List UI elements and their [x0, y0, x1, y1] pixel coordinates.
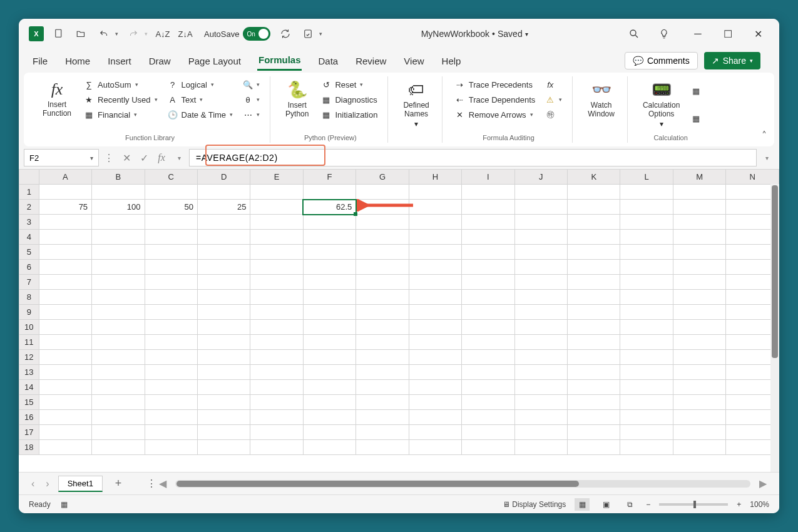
cell-A16[interactable]: [39, 410, 91, 425]
sync-icon[interactable]: [300, 26, 315, 41]
tab-file[interactable]: File: [31, 52, 49, 70]
tab-menu-icon[interactable]: ⋮: [146, 478, 156, 489]
cell-H18[interactable]: [409, 440, 461, 455]
diagnostics-button[interactable]: ▦Diagnostics: [319, 93, 380, 106]
cell-G10[interactable]: [356, 320, 409, 335]
cell-J2[interactable]: [514, 200, 567, 215]
cell-D2[interactable]: 25: [197, 200, 250, 215]
cell-C16[interactable]: [145, 410, 197, 425]
cell-J17[interactable]: [514, 425, 567, 440]
tab-help[interactable]: Help: [441, 52, 463, 70]
enter-formula-icon[interactable]: ✓: [136, 150, 151, 165]
row-header-15[interactable]: 15: [19, 395, 39, 410]
cell-G2[interactable]: [356, 200, 409, 215]
cell-J5[interactable]: [514, 245, 567, 260]
row-header-18[interactable]: 18: [19, 440, 39, 455]
cell-F10[interactable]: [303, 320, 356, 335]
cell-B18[interactable]: [92, 440, 145, 455]
cell-C1[interactable]: [145, 185, 197, 200]
cell-M4[interactable]: [673, 230, 725, 245]
cell-K18[interactable]: [568, 440, 620, 455]
cell-G11[interactable]: [356, 335, 409, 350]
cell-L1[interactable]: [620, 185, 673, 200]
cell-B16[interactable]: [92, 410, 145, 425]
col-header-B[interactable]: B: [92, 170, 145, 185]
row-header-4[interactable]: 4: [19, 230, 39, 245]
view-page-layout-icon[interactable]: ▣: [598, 498, 613, 511]
cell-K13[interactable]: [568, 365, 620, 380]
cell-F1[interactable]: [303, 185, 356, 200]
cell-L5[interactable]: [620, 245, 673, 260]
cell-G3[interactable]: [356, 215, 409, 230]
cell-L3[interactable]: [620, 215, 673, 230]
cell-G18[interactable]: [356, 440, 409, 455]
row-header-16[interactable]: 16: [19, 410, 39, 425]
cell-H5[interactable]: [409, 245, 461, 260]
cell-K2[interactable]: [568, 200, 620, 215]
cell-F12[interactable]: [303, 350, 356, 365]
cell-J10[interactable]: [514, 320, 567, 335]
cell-L11[interactable]: [620, 335, 673, 350]
cell-K5[interactable]: [568, 245, 620, 260]
cell-I16[interactable]: [462, 410, 514, 425]
cell-M2[interactable]: [673, 200, 725, 215]
cell-H1[interactable]: [409, 185, 461, 200]
cell-D14[interactable]: [197, 380, 250, 395]
initialization-button[interactable]: ▦Initialization: [319, 108, 380, 121]
cell-D10[interactable]: [197, 320, 250, 335]
cell-C18[interactable]: [145, 440, 197, 455]
row-header-13[interactable]: 13: [19, 365, 39, 380]
cell-B10[interactable]: [92, 320, 145, 335]
cell-E8[interactable]: [250, 290, 303, 305]
cell-H15[interactable]: [409, 395, 461, 410]
col-header-F[interactable]: F: [303, 170, 356, 185]
name-box[interactable]: F2 ▾: [24, 149, 99, 166]
cell-A18[interactable]: [39, 440, 91, 455]
insert-function-button[interactable]: fx Insert Function: [38, 78, 76, 131]
cell-C15[interactable]: [145, 395, 197, 410]
remove-arrows-button[interactable]: ✕Remove Arrows▾: [453, 108, 538, 121]
cell-D13[interactable]: [197, 365, 250, 380]
view-page-break-icon[interactable]: ⧉: [622, 498, 637, 511]
row-header-17[interactable]: 17: [19, 425, 39, 440]
cell-B3[interactable]: [92, 215, 145, 230]
cell-D6[interactable]: [197, 260, 250, 275]
cell-J14[interactable]: [514, 380, 567, 395]
cell-D5[interactable]: [197, 245, 250, 260]
autosave-toggle[interactable]: AutoSave On: [204, 27, 270, 41]
cell-I18[interactable]: [462, 440, 514, 455]
cell-H2[interactable]: [409, 200, 461, 215]
cell-B8[interactable]: [92, 290, 145, 305]
zoom-slider[interactable]: [659, 503, 728, 506]
cell-H16[interactable]: [409, 410, 461, 425]
cell-M13[interactable]: [673, 365, 725, 380]
cell-K3[interactable]: [568, 215, 620, 230]
cell-M10[interactable]: [673, 320, 725, 335]
cell-I14[interactable]: [462, 380, 514, 395]
cell-L4[interactable]: [620, 230, 673, 245]
redo-icon[interactable]: [126, 26, 141, 41]
cell-B17[interactable]: [92, 425, 145, 440]
cell-D18[interactable]: [197, 440, 250, 455]
col-header-I[interactable]: I: [462, 170, 514, 185]
autosum-button[interactable]: ∑AutoSum▾: [81, 78, 160, 91]
text-button[interactable]: AText▾: [165, 93, 236, 106]
col-header-M[interactable]: M: [673, 170, 725, 185]
cell-G5[interactable]: [356, 245, 409, 260]
error-check-button[interactable]: ⚠▾: [543, 93, 565, 106]
cell-C3[interactable]: [145, 215, 197, 230]
cell-D1[interactable]: [197, 185, 250, 200]
view-normal-icon[interactable]: ▦: [575, 498, 590, 511]
qat-overflow-caret[interactable]: ▾: [319, 31, 322, 37]
col-header-C[interactable]: C: [145, 170, 197, 185]
cell-I10[interactable]: [462, 320, 514, 335]
cell-F18[interactable]: [303, 440, 356, 455]
collapse-ribbon-icon[interactable]: ˄: [762, 130, 767, 141]
cell-F9[interactable]: [303, 305, 356, 320]
cell-A2[interactable]: 75: [39, 200, 91, 215]
cell-L7[interactable]: [620, 275, 673, 290]
cell-E1[interactable]: [250, 185, 303, 200]
cell-B6[interactable]: [92, 260, 145, 275]
cell-E7[interactable]: [250, 275, 303, 290]
cell-L15[interactable]: [620, 395, 673, 410]
